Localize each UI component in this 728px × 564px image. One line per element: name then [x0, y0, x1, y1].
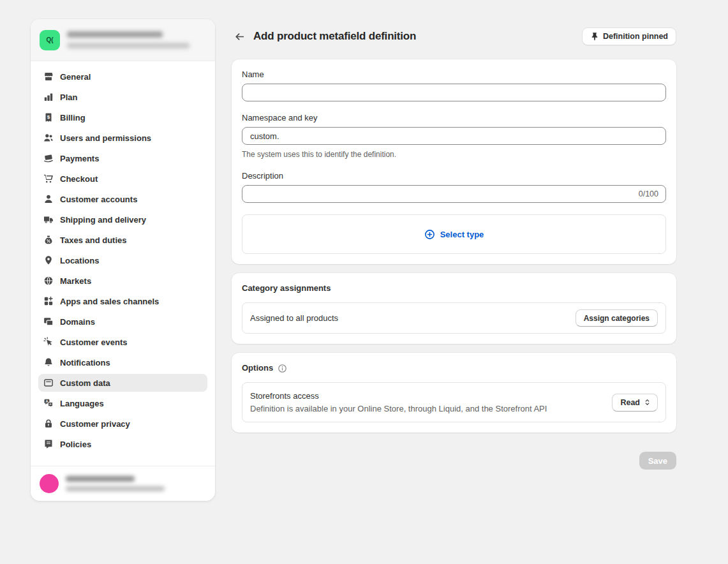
back-button[interactable] — [230, 27, 248, 45]
cart-icon — [43, 174, 54, 184]
sidebar-item-label: Custom data — [60, 378, 110, 388]
definition-card: Name Namespace and key The system uses t… — [232, 59, 676, 264]
sidebar-item-label: Markets — [60, 276, 91, 286]
name-field-group: Name — [242, 70, 666, 101]
sidebar-item-label: Checkout — [60, 174, 98, 184]
custom-data-icon — [43, 378, 54, 388]
sidebar-item-plan[interactable]: Plan — [38, 88, 207, 106]
sidebar-item-locations[interactable]: Locations — [38, 251, 207, 269]
description-label: Description — [242, 171, 666, 181]
user-footer[interactable] — [31, 466, 215, 501]
page-title: Add product metafield definition — [253, 30, 416, 43]
payments-icon — [43, 153, 54, 163]
sidebar-item-languages[interactable]: ALanguages — [38, 394, 207, 412]
languages-icon: A — [43, 398, 54, 408]
store-header[interactable]: Q( — [31, 19, 215, 61]
sidebar-item-label: Languages — [60, 399, 104, 408]
definition-pinned-button[interactable]: Definition pinned — [582, 27, 676, 45]
storefront-access-select[interactable]: Read — [612, 394, 658, 412]
namespace-field-group: Namespace and key The system uses this t… — [242, 113, 666, 160]
settings-sidebar: Q( GeneralPlan$BillingUsers and permissi… — [31, 19, 215, 501]
category-assignment-row: Assigned to all products Assign categori… — [242, 302, 666, 334]
options-card-title: Options — [242, 363, 273, 373]
circle-plus-icon — [424, 229, 435, 240]
storefront-access-text: Storefronts access Definition is availab… — [250, 390, 547, 414]
sidebar-item-payments[interactable]: Payments — [38, 149, 207, 167]
store-icon — [43, 71, 54, 82]
settings-nav: GeneralPlan$BillingUsers and permissions… — [31, 61, 215, 466]
lock-icon — [43, 419, 54, 429]
sidebar-item-apps-and-sales-channels[interactable]: Apps and sales channels — [38, 292, 207, 310]
user-meta — [66, 476, 165, 491]
sidebar-item-label: Domains — [60, 317, 95, 327]
user-email-redacted — [66, 486, 165, 491]
info-icon[interactable] — [278, 364, 287, 373]
pin-icon — [590, 32, 599, 41]
store-name-redacted — [67, 31, 163, 38]
user-avatar — [40, 474, 59, 493]
users-icon — [43, 133, 54, 143]
sidebar-item-markets[interactable]: Markets — [38, 272, 207, 290]
sidebar-item-users-and-permissions[interactable]: Users and permissions — [38, 129, 207, 147]
storefront-access-row: Storefronts access Definition is availab… — [242, 382, 666, 422]
sidebar-item-label: Customer events — [60, 338, 127, 347]
namespace-helper-text: The system uses this to identify the def… — [242, 150, 666, 160]
sidebar-item-checkout[interactable]: Checkout — [38, 170, 207, 188]
sidebar-item-general[interactable]: General — [38, 68, 207, 85]
location-pin-icon — [43, 255, 54, 265]
markets-icon — [43, 276, 54, 286]
storefront-access-description: Definition is available in your Online S… — [250, 403, 547, 414]
save-button[interactable]: Save — [639, 452, 676, 470]
store-meta — [67, 31, 189, 48]
save-row: Save — [232, 452, 676, 470]
storefront-access-title: Storefronts access — [250, 390, 547, 401]
cursor-spark-icon — [43, 337, 54, 347]
bell-icon — [43, 357, 54, 367]
sidebar-item-customer-accounts[interactable]: Customer accounts — [38, 190, 207, 208]
sidebar-item-policies[interactable]: Policies — [38, 435, 207, 453]
sidebar-item-label: Customer privacy — [60, 419, 130, 429]
sidebar-item-taxes-and-duties[interactable]: Taxes and duties — [38, 231, 207, 249]
sidebar-item-label: Users and permissions — [60, 133, 151, 143]
store-initials: Q( — [46, 36, 53, 43]
billing-icon: $ — [43, 112, 54, 122]
sidebar-item-label: Locations — [60, 256, 99, 265]
apps-icon — [43, 296, 54, 306]
select-type-label: Select type — [440, 230, 484, 239]
category-assignments-card: Category assignments Assigned to all pro… — [232, 273, 676, 344]
sidebar-item-label: Policies — [60, 440, 91, 449]
namespace-input[interactable] — [242, 127, 666, 145]
person-icon — [43, 194, 54, 204]
taxes-icon — [43, 235, 54, 245]
sidebar-item-label: Plan — [60, 93, 77, 102]
main-content: Add product metafield definition Definit… — [232, 27, 676, 470]
policies-icon — [43, 439, 54, 449]
caret-updown-icon — [643, 398, 651, 406]
sidebar-item-custom-data[interactable]: Custom data — [38, 374, 207, 392]
sidebar-item-billing[interactable]: $Billing — [38, 108, 207, 126]
sidebar-item-customer-events[interactable]: Customer events — [38, 333, 207, 351]
sidebar-item-label: Taxes and duties — [60, 235, 127, 245]
name-input[interactable] — [242, 84, 666, 101]
page-header: Add product metafield definition Definit… — [232, 27, 676, 45]
name-label: Name — [242, 70, 666, 80]
namespace-label: Namespace and key — [242, 113, 666, 123]
sidebar-item-label: Customer accounts — [60, 195, 137, 204]
user-name-redacted — [66, 476, 135, 482]
sidebar-item-customer-privacy[interactable]: Customer privacy — [38, 415, 207, 433]
sidebar-item-notifications[interactable]: Notifications — [38, 353, 207, 371]
select-type-button[interactable]: Select type — [242, 214, 666, 254]
pinned-button-label: Definition pinned — [603, 32, 668, 41]
options-card: Options Storefronts access Definition is… — [232, 353, 676, 433]
store-avatar: Q( — [40, 30, 60, 50]
sidebar-item-label: Notifications — [60, 358, 110, 367]
sidebar-item-domains[interactable]: Domains — [38, 313, 207, 330]
assign-categories-button[interactable]: Assign categories — [576, 309, 658, 327]
assignment-text: Assigned to all products — [250, 313, 338, 323]
svg-text:$: $ — [47, 114, 50, 120]
sidebar-item-shipping-and-delivery[interactable]: Shipping and delivery — [38, 211, 207, 228]
svg-text:A: A — [45, 399, 48, 403]
description-input[interactable] — [242, 185, 666, 203]
store-domain-redacted — [67, 43, 189, 48]
category-card-title: Category assignments — [242, 283, 666, 293]
